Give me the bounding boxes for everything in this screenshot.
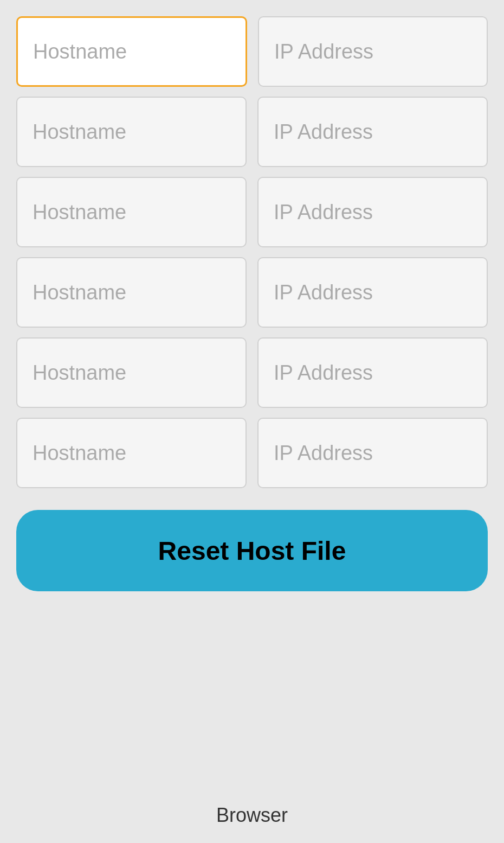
ip-input-6[interactable]: IP Address	[257, 418, 488, 488]
hostname-placeholder-1: Hostname	[33, 40, 127, 63]
ip-placeholder-3: IP Address	[274, 201, 373, 224]
hostname-placeholder-6: Hostname	[33, 442, 126, 465]
hostname-input-1[interactable]: Hostname	[16, 16, 247, 87]
form-row-6: Hostname IP Address	[16, 418, 488, 488]
bottom-bar-label: Browser	[216, 804, 288, 826]
form-grid: Hostname IP Address Hostname IP Address …	[16, 16, 488, 488]
ip-input-4[interactable]: IP Address	[257, 257, 488, 328]
form-row-5: Hostname IP Address	[16, 337, 488, 408]
hostname-placeholder-3: Hostname	[33, 201, 126, 224]
bottom-bar: Browser	[0, 804, 504, 827]
hostname-placeholder-2: Hostname	[33, 120, 126, 144]
hostname-input-3[interactable]: Hostname	[16, 177, 247, 247]
ip-placeholder-1: IP Address	[274, 40, 373, 63]
hostname-placeholder-5: Hostname	[33, 361, 126, 385]
ip-input-5[interactable]: IP Address	[257, 337, 488, 408]
ip-input-3[interactable]: IP Address	[257, 177, 488, 247]
hostname-input-5[interactable]: Hostname	[16, 337, 247, 408]
form-row-3: Hostname IP Address	[16, 177, 488, 247]
hostname-input-6[interactable]: Hostname	[16, 418, 247, 488]
ip-placeholder-4: IP Address	[274, 281, 373, 304]
ip-input-1[interactable]: IP Address	[258, 16, 488, 87]
ip-placeholder-2: IP Address	[274, 120, 373, 144]
hostname-placeholder-4: Hostname	[33, 281, 126, 304]
form-row-2: Hostname IP Address	[16, 97, 488, 167]
ip-input-2[interactable]: IP Address	[257, 97, 488, 167]
reset-button-label: Reset Host File	[158, 537, 346, 565]
hostname-input-2[interactable]: Hostname	[16, 97, 247, 167]
hostname-input-4[interactable]: Hostname	[16, 257, 247, 328]
ip-placeholder-5: IP Address	[274, 361, 373, 385]
reset-host-file-button[interactable]: Reset Host File	[16, 510, 488, 591]
form-row-4: Hostname IP Address	[16, 257, 488, 328]
ip-placeholder-6: IP Address	[274, 442, 373, 465]
form-row-1: Hostname IP Address	[16, 16, 488, 87]
